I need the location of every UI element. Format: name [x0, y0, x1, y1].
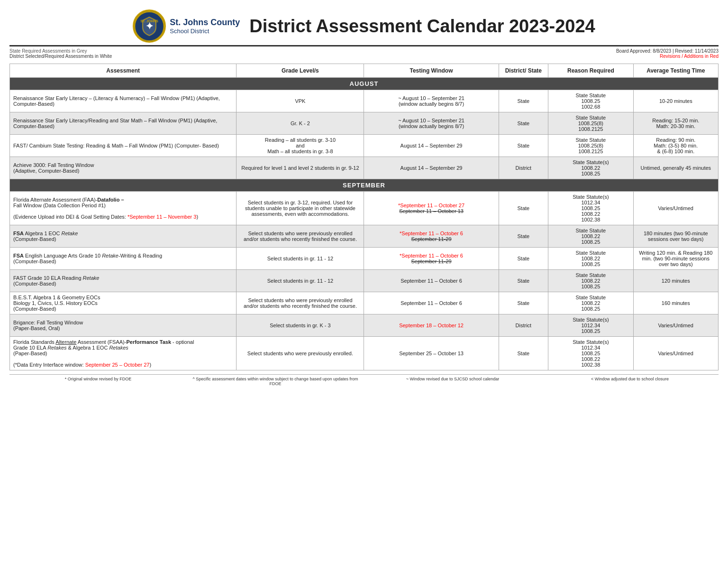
table-row: September 25 – October 13 — [364, 337, 499, 370]
table-row: August 14 – September 29 — [364, 135, 499, 157]
col-header-grade: Grade Level/s — [237, 64, 364, 78]
svg-text:ST. JOHNS: ST. JOHNS — [140, 19, 158, 23]
table-row: Varies/Untimed — [633, 192, 718, 225]
table-row: Select students in gr. 11 - 12 — [237, 270, 364, 292]
table-row: *September 11 – October 27 September 11 … — [364, 192, 499, 225]
page-title: District Assessment Calendar 2023-2024 — [249, 16, 595, 37]
table-row: State Statute(s)1008.221008.25 — [548, 157, 633, 179]
table-row: Select students in gr. 11 - 12 — [237, 248, 364, 270]
school-name: St. Johns County — [170, 18, 240, 28]
table-row: Select students in gr. 3-12, required. U… — [237, 192, 364, 225]
table-row: FAST Grade 10 ELA Reading Retake(Compute… — [10, 270, 237, 292]
table-row: Varies/Untimed — [633, 314, 718, 337]
table-row: Florida Alternate Assessment (FAA)-Dataf… — [10, 192, 237, 225]
table-row: *September 11 – October 6 September 11-2… — [364, 225, 499, 248]
table-row: September 18 – October 12 — [364, 314, 499, 337]
table-row: State — [499, 192, 548, 225]
col-header-reason: Reason Required — [548, 64, 633, 78]
table-row: State Statute1008.251002.68 — [548, 90, 633, 112]
table-row: FSA English Language Arts Grade 10 Retak… — [10, 248, 237, 270]
table-row: VPK — [237, 90, 364, 112]
col-header-district: District/ State — [499, 64, 548, 78]
footer-note-4: < Window adjusted due to school closure — [541, 377, 719, 386]
district-name: School District — [170, 28, 240, 35]
table-row: State — [499, 112, 548, 135]
table-row: Select students who were previously enro… — [237, 225, 364, 248]
table-row: Achieve 3000: Fall Testing Window(Adapti… — [10, 157, 237, 179]
table-row: State — [499, 337, 548, 370]
table-row: Varies/Untimed — [633, 337, 718, 370]
table-row: Required for level 1 and level 2 student… — [237, 157, 364, 179]
section-august: AUGUST — [10, 78, 719, 90]
table-row: State Statute1008.221008.25 — [548, 248, 633, 270]
table-row: State Statute1008.221008.25 — [548, 292, 633, 314]
table-row: Renaissance Star Early Literacy – (Liter… — [10, 90, 237, 112]
table-row: State Statute1008.221008.25 — [548, 270, 633, 292]
col-header-assessment: Assessment — [10, 64, 237, 78]
table-row: State — [499, 270, 548, 292]
table-row: State — [499, 292, 548, 314]
table-row: District — [499, 157, 548, 179]
table-row: Brigance: Fall Testing Window(Paper-Base… — [10, 314, 237, 337]
table-row: State — [499, 90, 548, 112]
table-row: September 11 – October 6 — [364, 292, 499, 314]
footer-note-3: ~ Window revised due to SJCSD school cal… — [364, 377, 541, 386]
table-row: District — [499, 314, 548, 337]
table-row: Reading: 15-20 min.Math: 20-30 min. — [633, 112, 718, 135]
table-row: Renaissance Star Early Literacy/Reading … — [10, 112, 237, 135]
table-row: September 11 – October 6 — [364, 270, 499, 292]
section-september: SEPTEMBER — [10, 179, 719, 192]
table-row: Gr. K - 2 — [237, 112, 364, 135]
table-row: Select students who were previously enro… — [237, 292, 364, 314]
table-row: Select students in gr. K - 3 — [237, 314, 364, 337]
grey-note: State Required Assessments in Grey — [9, 48, 112, 54]
table-row: 160 minutes — [633, 292, 718, 314]
table-row: State Statute(s)1012.341008.251008.22100… — [548, 337, 633, 370]
table-row: 180 minutes (two 90-minute sessions over… — [633, 225, 718, 248]
table-row: State — [499, 225, 548, 248]
footer-note-1: * Original window revised by FDOE — [9, 377, 187, 386]
table-row: State — [499, 248, 548, 270]
table-row: State Statute1008.25(8)1008.2125 — [548, 135, 633, 157]
table-row: State Statute(s)1012.341008.25 — [548, 314, 633, 337]
table-row: State Statute(s)1012.341008.251008.22100… — [548, 192, 633, 225]
table-row: FSA Algebra 1 EOC Retake(Computer-Based) — [10, 225, 237, 248]
table-row: Reading – all students gr. 3-10andMath –… — [237, 135, 364, 157]
table-row: August 14 – September 29 — [364, 157, 499, 179]
table-row: State Statute1008.221008.25 — [548, 225, 633, 248]
table-row: ~ August 10 – September 21(window actual… — [364, 112, 499, 135]
table-row: State Statute1008.25(8)1008.2125 — [548, 112, 633, 135]
footer-note-2: ^ Specific assessment dates within windo… — [187, 377, 364, 386]
table-row: ~ August 10 – September 21(window actual… — [364, 90, 499, 112]
board-approved: Board Approved: 8/8/2023 | Revised: 11/1… — [616, 48, 719, 54]
table-row: *September 11 – October 6 September 11-2… — [364, 248, 499, 270]
table-row: FAST/ Cambium State Testing: Reading & M… — [10, 135, 237, 157]
table-row: Florida Standards Alternate Assessment (… — [10, 337, 237, 370]
white-note: District Selected/Required Assessments i… — [9, 54, 112, 59]
revisions-note: Revisions / Additions in Red — [616, 54, 719, 59]
table-row: 10-20 minutes — [633, 90, 718, 112]
col-header-window: Testing Window — [364, 64, 499, 78]
table-row: Reading: 90 min.Math: (3-5) 80 min.& (6-… — [633, 135, 718, 157]
table-row: Untimed, generally 45 minutes — [633, 157, 718, 179]
table-row: 120 minutes — [633, 270, 718, 292]
col-header-avg: Average Testing Time — [633, 64, 718, 78]
table-row: State — [499, 135, 548, 157]
table-row: B.E.S.T. Algebra 1 & Geometry EOCs Biolo… — [10, 292, 237, 314]
table-row: Writing 120 min. & Reading 180 min. (two… — [633, 248, 718, 270]
table-row: Select students who were previously enro… — [237, 337, 364, 370]
